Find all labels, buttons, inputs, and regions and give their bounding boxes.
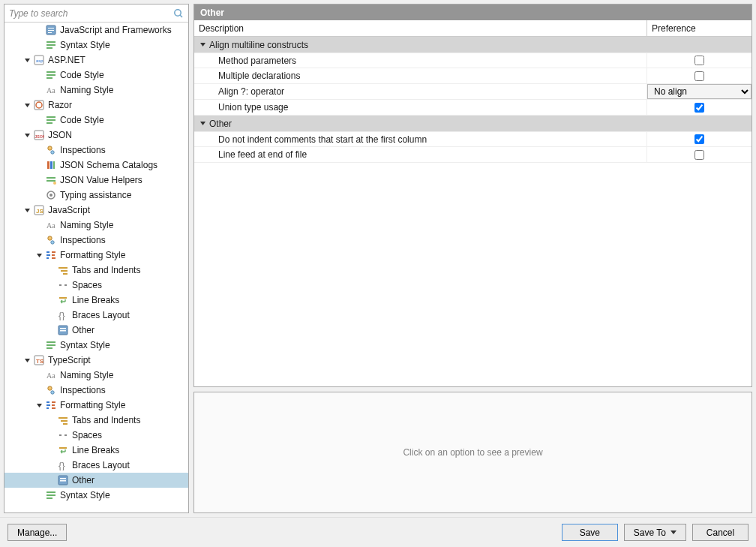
tree-item-label: Tabs and Indents (72, 415, 185, 425)
manage-button[interactable]: Manage... (8, 524, 67, 541)
option-label: Align ?: operator (194, 86, 646, 97)
tree-item[interactable]: Tabs and Indents (4, 263, 188, 278)
tree-item[interactable]: Razor (4, 98, 188, 113)
tree-item[interactable]: Code Style (4, 68, 188, 83)
option-row[interactable]: Method parameters (194, 53, 752, 68)
catalog-icon (45, 159, 57, 171)
select[interactable]: No align (647, 84, 752, 99)
svg-rect-28 (46, 180, 56, 182)
tree-item[interactable]: Syntax Style (4, 338, 188, 353)
tree-item[interactable]: JSON Value Helpers (4, 173, 188, 188)
tree-item[interactable]: AaNaming Style (4, 368, 188, 383)
tree-item[interactable]: Inspections (4, 383, 188, 398)
svg-rect-78 (46, 494, 56, 496)
svg-rect-53 (46, 341, 56, 343)
group-expander-icon (199, 120, 206, 127)
tree-item[interactable]: JSONJSON (4, 128, 188, 143)
column-preference[interactable]: Preference (646, 20, 752, 36)
tree-item-label: Line Breaks (72, 445, 185, 455)
naming-icon: Aa (45, 84, 57, 96)
tree-item[interactable]: Line Breaks (4, 293, 188, 308)
options-grid: Other Description Preference Align multi… (194, 4, 752, 387)
tree-item[interactable]: Formatting Style (4, 248, 188, 263)
option-control (646, 132, 752, 146)
tree-item[interactable]: Inspections (4, 143, 188, 158)
settings-tree[interactable]: JavaScript and FrameworksSyntax Styleasp… (4, 23, 188, 512)
expander-icon[interactable] (22, 356, 32, 365)
checkbox[interactable] (694, 103, 704, 113)
expander-icon[interactable] (22, 56, 32, 65)
save-button[interactable]: Save (562, 524, 618, 541)
expander-icon[interactable] (22, 101, 32, 110)
save-to-button[interactable]: Save To (624, 524, 686, 541)
checkbox[interactable] (694, 56, 704, 65)
svg-text:{}: {} (58, 310, 65, 320)
group-row[interactable]: Other (194, 116, 752, 131)
expander-icon (34, 86, 44, 95)
tree-item[interactable]: Other (4, 323, 188, 338)
expander-icon[interactable] (34, 251, 44, 260)
expander-icon[interactable] (34, 401, 44, 410)
tree-item[interactable]: Other (4, 473, 188, 488)
svg-text:JSON: JSON (34, 134, 44, 139)
expander-icon (34, 191, 44, 200)
tree-item[interactable]: Syntax Style (4, 38, 188, 53)
tree-item[interactable]: Spaces (4, 278, 188, 293)
tree-item[interactable]: TSTypeScript (4, 353, 188, 368)
tree-item[interactable]: AaNaming Style (4, 218, 188, 233)
spaces-icon (57, 279, 69, 291)
tree-item[interactable]: {}Braces Layout (4, 458, 188, 473)
tree-item[interactable]: Syntax Style (4, 488, 188, 503)
group-row[interactable]: Align multiline constructs (194, 37, 752, 53)
tree-item[interactable]: Line Breaks (4, 443, 188, 458)
option-row[interactable]: Do not indent comments that start at the… (194, 131, 752, 147)
expander-icon (46, 326, 56, 335)
checkbox[interactable] (694, 150, 704, 160)
search-icon[interactable] (170, 5, 187, 22)
search-input[interactable] (4, 8, 170, 19)
expander-icon (34, 236, 44, 245)
column-description[interactable]: Description (194, 20, 646, 36)
tree-item[interactable]: AaNaming Style (4, 83, 188, 98)
tree-item-label: Naming Style (60, 85, 185, 95)
tree-item[interactable]: Tabs and Indents (4, 413, 188, 428)
tree-item-label: Inspections (60, 385, 185, 395)
inspect-icon (45, 144, 57, 156)
svg-point-36 (51, 241, 54, 244)
format-icon (45, 249, 57, 261)
tree-item[interactable]: Inspections (4, 233, 188, 248)
expander-icon (34, 161, 44, 170)
tree-item-label: Other (72, 325, 185, 335)
option-row[interactable]: Multiple declarations (194, 68, 752, 84)
tree-item[interactable]: Formatting Style (4, 398, 188, 413)
cancel-button[interactable]: Cancel (692, 524, 748, 541)
option-row[interactable]: Union type usage (194, 100, 752, 116)
inspect-icon (45, 384, 57, 396)
tree-item[interactable]: JSON Schema Catalogs (4, 158, 188, 173)
tree-item[interactable]: Code Style (4, 113, 188, 128)
svg-rect-68 (61, 420, 68, 422)
right-panel: Other Description Preference Align multi… (194, 4, 752, 513)
tree-item[interactable]: JSJavaScript (4, 203, 188, 218)
svg-rect-8 (46, 47, 52, 49)
checkbox[interactable] (694, 134, 704, 144)
tree-item-label: Braces Layout (72, 310, 185, 320)
expander-icon (34, 341, 44, 350)
option-row[interactable]: Line feed at end of file (194, 147, 752, 163)
tree-item[interactable]: Spaces (4, 428, 188, 443)
tree-item[interactable]: {}Braces Layout (4, 308, 188, 323)
expander-icon[interactable] (22, 206, 32, 215)
tree-item[interactable]: JavaScript and Frameworks (4, 23, 188, 38)
checkbox[interactable] (694, 71, 704, 81)
svg-rect-18 (46, 119, 56, 121)
option-row[interactable]: Align ?: operatorNo align (194, 84, 752, 100)
svg-rect-63 (46, 407, 49, 409)
svg-rect-27 (46, 177, 56, 179)
tree-item[interactable]: aspASP.NET (4, 53, 188, 68)
syntax-icon (45, 69, 57, 81)
expander-icon[interactable] (22, 131, 32, 140)
svg-rect-38 (46, 254, 50, 256)
tree-item[interactable]: Typing assistance (4, 188, 188, 203)
svg-rect-37 (46, 251, 50, 253)
tree-item-label: Inspections (60, 235, 185, 245)
